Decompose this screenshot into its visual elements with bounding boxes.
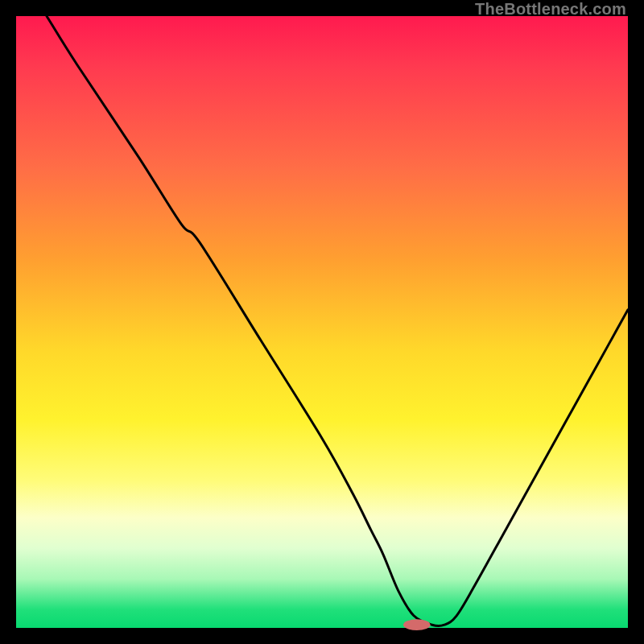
marker-svg [16,16,628,628]
plot-area [16,16,628,628]
chart-frame: TheBottleneck.com [0,0,644,644]
trough-marker [403,619,430,630]
